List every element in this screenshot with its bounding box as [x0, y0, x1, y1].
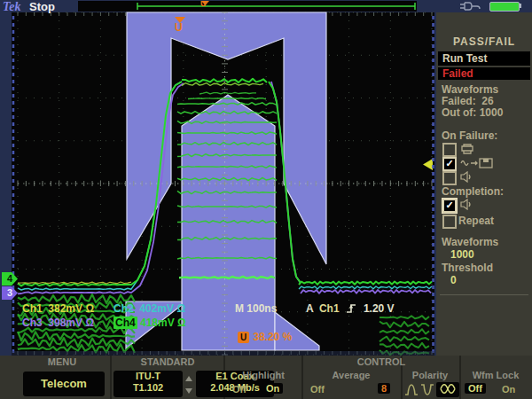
trigger-position-icon: U [238, 332, 249, 343]
bottom-menu-bar: MENU STANDARD CONTROL Telecom ITU-TT1.10… [0, 356, 532, 399]
failed-count: Failed: 26 [442, 95, 494, 107]
pass-fail-menu: PASS/FAIL Run Test Failed Waveforms Fail… [436, 12, 532, 356]
onfail-beep-checkbox[interactable] [442, 171, 457, 185]
run-test-item[interactable]: Run Test [442, 52, 487, 65]
timebase-readout: M 100ns [235, 302, 277, 315]
trigger-position-readout: U38.20 % [238, 331, 292, 343]
section-divider [301, 356, 303, 399]
polarity-label: Polarity [401, 370, 459, 381]
completion-beep-checkbox[interactable]: ✓ [442, 199, 457, 213]
rising-edge-icon [345, 302, 357, 314]
highlight-off-option[interactable]: Off [232, 384, 246, 395]
waveforms-setting-value[interactable]: 1000 [450, 248, 474, 261]
onfail-save-checkbox[interactable]: ✓ [442, 157, 457, 171]
menu-divider [440, 294, 528, 295]
threshold-value[interactable]: 0 [450, 274, 457, 286]
completion-label: Completion: [442, 185, 504, 198]
control-section-header: CONTROL [337, 356, 426, 368]
battery-icon [489, 2, 520, 12]
wfm-lock-label: Wfm Lock [461, 370, 530, 381]
ch2-readout: Ch2 402mV Ω [113, 302, 185, 315]
threshold-label: Threshold [442, 262, 493, 274]
record-trigger-marker[interactable]: U [200, 0, 207, 8]
highlight-on-option[interactable]: On [262, 383, 283, 394]
tek-logo: Tek [3, 0, 20, 14]
ac-plug-icon [458, 1, 484, 12]
telecom-button[interactable]: Telecom [23, 372, 105, 396]
battery-nub-icon [519, 4, 521, 8]
beep-speaker-icon [460, 171, 473, 183]
standard-type-button[interactable]: ITU-TT1.102 [113, 371, 183, 397]
trigger-readout: A Ch1 1.20 V [306, 302, 395, 315]
test-status: Failed [442, 67, 473, 80]
printer-icon [460, 144, 474, 154]
acquisition-status: Stop [29, 0, 55, 13]
ch4-readout: Ch4 418mV Ω [113, 317, 186, 329]
ch4-selected-badge: Ch4 [113, 317, 137, 329]
out-of-count: Out of: 1000 [442, 106, 503, 119]
repeat-checkbox[interactable] [442, 215, 457, 229]
ch3-readout: Ch3 398mV Ω [22, 317, 94, 329]
wfm-lock-off-option[interactable]: Off [465, 383, 486, 394]
updown-arrows-icon [184, 375, 194, 395]
save-waveform-icon [460, 158, 499, 168]
on-failure-label: On Failure: [442, 129, 497, 142]
wfm-lock-on-option[interactable]: On [502, 384, 515, 395]
polarity-both-icon[interactable] [436, 382, 459, 397]
average-label: Average [305, 370, 397, 381]
onfail-print-checkbox[interactable] [442, 143, 457, 157]
highlight-label: Highlight [227, 370, 300, 381]
menu-title: PASS/FAIL [436, 35, 532, 48]
standard-section-header: STANDARD [112, 356, 223, 368]
polarity-positive-icon[interactable] [404, 383, 419, 396]
ch1-readout: Ch1 382mV Ω [22, 302, 94, 315]
waveforms-word: Waveforms [442, 83, 498, 96]
waveforms-setting-label: Waveforms [442, 236, 498, 248]
average-off-option[interactable]: Off [310, 384, 325, 395]
display-trigger-marker[interactable]: U [175, 21, 183, 34]
average-count-option[interactable]: 8 [378, 383, 390, 394]
polarity-negative-icon[interactable] [420, 383, 434, 396]
completion-speaker-icon [460, 199, 473, 210]
oscilloscope-screen: { "status_bar": { "brand": "Tek", "acq_s… [0, 0, 532, 399]
menu-section-header: MENU [18, 356, 106, 368]
repeat-label[interactable]: Repeat [458, 215, 494, 227]
